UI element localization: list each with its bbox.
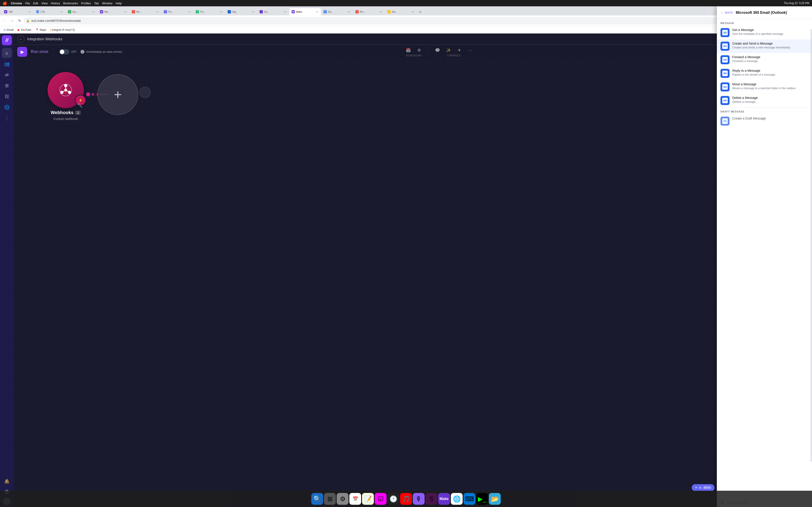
menu-file[interactable]: File: [25, 2, 30, 5]
make-app: // ⌂ 👥 ⇄ ⊞ ⛓ 🌐 ⋮: [0, 34, 406, 253]
toggle-track[interactable]: [59, 49, 69, 55]
menu-tab[interactable]: Tab: [94, 2, 99, 5]
scenario-back-button[interactable]: ←: [17, 36, 24, 43]
wolfram-icon: ∫: [50, 28, 51, 32]
tab-make-active[interactable]: M Make ✕: [289, 8, 321, 15]
connections-icon: ⛓: [5, 94, 9, 99]
menu-history[interactable]: History: [51, 2, 60, 5]
tab-close-fiv[interactable]: ✕: [219, 10, 223, 13]
tab-close-365[interactable]: ✕: [28, 10, 31, 13]
app-header: ← Integration Webhooks: [14, 34, 406, 45]
wrench-icon: 🔧: [77, 103, 83, 108]
tab-make2[interactable]: M Ma... ✕: [98, 8, 130, 15]
url-bar[interactable]: 🔒 eu2.make.com/667076/scenarios/add ☆ ⊕: [23, 17, 406, 24]
sidebar: // ⌂ 👥 ⇄ ⊞ ⛓ 🌐 ⋮: [0, 34, 14, 253]
bookmark-maps[interactable]: 📍 Maps: [34, 27, 48, 33]
bookmarks-bar: G Gmail ▶ YouTube 📍 Maps ∫ integral of c…: [0, 26, 406, 34]
tab-sig[interactable]: S Sig... ✕: [225, 8, 257, 15]
templates-icon: ⊞: [5, 83, 9, 88]
partial-circle: [139, 87, 151, 98]
menu-view[interactable]: View: [41, 2, 48, 5]
tab-re[interactable]: R Re... ✕: [130, 8, 161, 15]
globe-icon: 🌐: [4, 105, 10, 110]
tab-close-re[interactable]: ✕: [155, 10, 159, 13]
menu-profiles[interactable]: Profiles: [81, 2, 91, 5]
menu-window[interactable]: Window: [102, 2, 112, 5]
maps-icon: 📍: [35, 28, 39, 32]
plus-symbol: +: [114, 88, 122, 101]
back-arrow-icon: ←: [19, 37, 23, 41]
sidebar-item-team[interactable]: 👥: [2, 59, 12, 69]
toggle-thumb: [60, 50, 64, 54]
conn-dot-1: [86, 92, 90, 97]
bookmark-integral[interactable]: ∫ integral of cos(x^2): [48, 27, 77, 33]
conn-dot-2: [92, 93, 94, 96]
forward-button[interactable]: →: [9, 18, 15, 24]
tab-365[interactable]: M 365 ✕: [2, 8, 34, 15]
tab-close-re2[interactable]: ✕: [379, 10, 383, 13]
bookmark-youtube-label: YouTube: [20, 28, 31, 32]
webhook-label: Webhooks 1: [51, 110, 81, 115]
tab-re2[interactable]: R Re... ✕: [353, 8, 385, 15]
tab-close-home[interactable]: ✕: [92, 10, 95, 13]
webhook-svg-icon: ⚡: [57, 81, 75, 99]
menu-chrome[interactable]: Chrome: [11, 2, 22, 5]
more-icon: ⋮: [5, 115, 9, 121]
apple-menu[interactable]: 🍎: [3, 1, 7, 5]
team-icon: 👥: [4, 61, 10, 66]
refresh-button[interactable]: ↻: [16, 18, 23, 24]
tab-close-make-active[interactable]: ✕: [315, 10, 319, 13]
bookmark-gmail[interactable]: G Gmail: [2, 27, 15, 33]
tab-close-int[interactable]: ✕: [283, 10, 287, 13]
youtube-icon: ▶: [18, 28, 20, 32]
menu-edit[interactable]: Edit: [33, 2, 38, 5]
webhook-count: 1: [75, 111, 81, 115]
tab-bar: M 365 ✕ (75) (75) ✕ H Ho... ✕ M Ma... ✕ …: [0, 6, 406, 15]
back-button[interactable]: ←: [2, 18, 8, 24]
main-content: ← Integration Webhooks: [14, 34, 406, 253]
lock-icon: 🔒: [26, 19, 30, 22]
sidebar-item-home[interactable]: ⌂: [2, 48, 12, 58]
tab-de[interactable]: D De... ✕: [321, 8, 353, 15]
tab-ad[interactable]: A Ad... ✕: [385, 8, 406, 15]
tab-close-de[interactable]: ✕: [347, 10, 351, 13]
scenarios-icon: ⇄: [5, 72, 9, 77]
url-text: eu2.make.com/667076/scenarios/add: [32, 19, 406, 22]
tab-home[interactable]: H Ho... ✕: [66, 8, 97, 15]
tab-close-sig[interactable]: ✕: [251, 10, 255, 13]
make-logo[interactable]: //: [2, 35, 12, 45]
webhook-subtitle: Custom webhook: [53, 117, 78, 121]
canvas-area[interactable]: ⚡ ⚡ Webhooks 1 Custom webhook: [14, 45, 406, 253]
address-bar: ← → ↻ 🔒 eu2.make.com/667076/scenarios/ad…: [0, 15, 406, 26]
gmail-icon: G: [4, 29, 6, 31]
sidebar-item-scenarios[interactable]: ⇄: [2, 70, 12, 80]
menu-bookmarks[interactable]: Bookmarks: [63, 2, 78, 5]
tab-notif[interactable]: (75) (75) ✕: [34, 8, 65, 15]
svg-text:⚡: ⚡: [63, 88, 69, 94]
webhook-node-name: Webhooks: [51, 110, 73, 115]
menubar: 🍎 Chrome File Edit View History Bookmark…: [0, 0, 406, 6]
bookmark-youtube[interactable]: ▶ YouTube: [16, 27, 33, 33]
sidebar-item-templates[interactable]: ⊞: [2, 80, 12, 91]
svg-point-1: [64, 84, 67, 87]
webhook-node[interactable]: ⚡ ⚡ Webhooks 1 Custom webhook: [48, 72, 84, 121]
tab-po[interactable]: P Po... ✕: [161, 8, 193, 15]
plus-node[interactable]: +: [97, 74, 138, 115]
tab-close-make2[interactable]: ✕: [123, 10, 127, 13]
tab-fiv[interactable]: F Fiv... ✕: [194, 8, 225, 15]
menu-help[interactable]: Help: [116, 2, 122, 5]
scenario-title: Integration Webhooks: [27, 37, 62, 41]
tab-int[interactable]: I Int... ✕: [257, 8, 289, 15]
sidebar-item-globe[interactable]: 🌐: [2, 102, 12, 112]
menu-items: Chrome File Edit View History Bookmarks …: [11, 2, 122, 5]
tab-close-po[interactable]: ✕: [187, 10, 191, 13]
browser-window: M 365 ✕ (75) (75) ✕ H Ho... ✕ M Ma... ✕ …: [0, 6, 406, 253]
sidebar-item-more[interactable]: ⋮: [2, 113, 12, 123]
tab-close-notif[interactable]: ✕: [60, 10, 63, 13]
home-icon: ⌂: [5, 51, 8, 56]
sidebar-item-connections[interactable]: ⛓: [2, 92, 12, 101]
